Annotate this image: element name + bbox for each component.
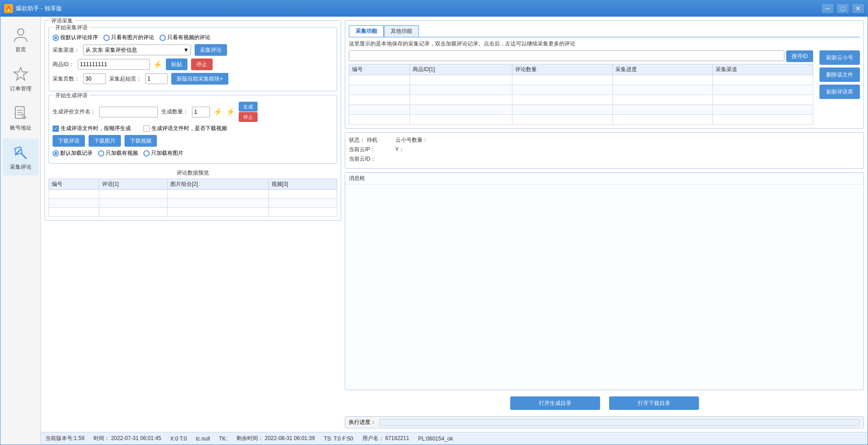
sort-default-label: 按默认评论排序 (60, 34, 98, 41)
tk-label: TK: (219, 436, 227, 442)
right-panel: 采集功能 其他功能 这里显示的是本地保存的采集记录，双击加载评论记录。点击后，左… (345, 20, 864, 428)
pages-input[interactable] (83, 73, 106, 84)
sidebar-home-label: 首页 (15, 46, 26, 54)
open-dl-dir-btn[interactable]: 打开下载目录 (609, 396, 699, 410)
table-row (49, 208, 337, 217)
table-area: 搜寻ID 编号 商品ID[1] 评论数量 采集进度 (349, 50, 813, 125)
right-top-group: 采集功能 其他功能 这里显示的是本地保存的采集记录，双击加载评论记录。点击后，左… (345, 20, 864, 129)
message-content (345, 184, 864, 229)
status-box: 状态： 待机 云小号数量： 当前云IP： (345, 132, 864, 169)
preview-section: 评论数据预览 编号 评语[1] 图片组合[2] 视频[3] (49, 167, 337, 217)
sort-options-row: 按默认评论排序 只看有图片的评论 只看有视频的评论 (53, 34, 333, 41)
generate-btns: 生成 停止 (239, 102, 258, 122)
state-value: 待机 (367, 136, 378, 144)
ts-label: TS: (324, 436, 332, 442)
sidebar-account-label: 账号地址 (10, 124, 31, 132)
collect-btn[interactable]: 采集评论 (195, 44, 227, 56)
user-value: 67162211 (385, 435, 409, 441)
preview-section-title: 评论数据预览 (49, 167, 337, 179)
sidebar-item-account[interactable]: 账号地址 (3, 99, 39, 136)
product-id-input[interactable] (78, 59, 150, 70)
load-pic-radio[interactable]: 只加载有图片 (143, 149, 183, 157)
right-description: 这里显示的是本地保存的采集记录，双击加载评论记录。点击后，左边可以继续采集更多的… (349, 40, 860, 48)
person-icon (12, 26, 30, 44)
progress-row: 执行进度： (345, 416, 864, 428)
delete-file-btn[interactable]: 删除该文件 (819, 67, 860, 82)
sidebar-item-order[interactable]: 订单管理 (3, 60, 39, 97)
check-order-label: 生成评语文件时，按顺序生成 (61, 125, 131, 132)
sort-pic-circle (103, 35, 110, 41)
channel-select[interactable]: 从 京东 采集评价信息 ▼ (83, 45, 191, 55)
gen-file-input[interactable] (99, 107, 158, 117)
sidebar-item-collect[interactable]: 采集评论 (3, 139, 39, 175)
minimize-button[interactable]: ─ (822, 4, 833, 13)
sort-default-radio[interactable]: 按默认评论排序 (53, 34, 98, 41)
bolt-icon: ⚡ (153, 60, 162, 69)
refresh-cloud-btn[interactable]: 刷新云小号 (819, 50, 860, 65)
paste-btn[interactable]: 粘贴 (166, 58, 187, 70)
time-value: 2022-07-31 06:01:45 (111, 435, 161, 441)
sort-video-radio[interactable]: 只看有视频的评论 (160, 34, 210, 41)
load-video-radio[interactable]: 只加载有视频 (98, 149, 138, 157)
preview-col-pic: 图片组合[2] (168, 179, 269, 190)
bottom-btns: 打开生成目录 打开下载目录 (345, 394, 864, 413)
sort-video-label: 只看有视频的评论 (167, 34, 210, 41)
table-row[interactable] (349, 75, 813, 85)
y-item: Y： (395, 146, 406, 153)
tab-other-func[interactable]: 其他功能 (384, 25, 419, 37)
pl-item: PL:060154_ok (418, 436, 453, 442)
table-row[interactable] (349, 115, 813, 125)
tools-icon (12, 143, 30, 161)
preview-col-video: 视频[3] (268, 179, 337, 190)
main-window: 🔥 爆款助手 - 独享版 ─ □ ✕ 首页 (0, 0, 868, 445)
content-main: 评语采集 开始采集评语 按默认评论排序 (41, 17, 868, 432)
check-video-item[interactable]: 生成评语文件时，是否下载视频 (143, 125, 227, 132)
app-icon: 🔥 (4, 4, 13, 13)
new-module-btn[interactable]: 新版自助采集模块+ (171, 73, 228, 85)
ip-item: 当前云IP： (349, 146, 377, 153)
time-label: 时间： (93, 435, 110, 441)
cloud-id-label: 当前云ID： (349, 155, 376, 163)
sidebar-item-home[interactable]: 首页 (3, 21, 39, 58)
check-order-item[interactable]: ✓ 生成评语文件时，按顺序生成 (53, 125, 131, 132)
stop-collect-btn[interactable]: 停止 (191, 58, 213, 70)
gen-stop-btn[interactable]: 停止 (239, 112, 258, 122)
start-collect-title: 开始采集评语 (53, 24, 89, 31)
check-row: ✓ 生成评语文件时，按顺序生成 生成评语文件时，是否下载视频 (53, 125, 333, 132)
remain-item: 剩余时间： 2022-08-31 06:01:39 (236, 435, 315, 442)
table-row[interactable] (349, 85, 813, 95)
maximize-button[interactable]: □ (837, 4, 849, 13)
start-page-input[interactable] (145, 73, 168, 84)
svg-point-0 (18, 29, 24, 35)
open-gen-dir-btn[interactable]: 打开生成目录 (510, 396, 600, 410)
user-label: 用户名： (362, 435, 384, 441)
user-item: 用户名： 67162211 (362, 435, 410, 442)
message-title: 消息框 (345, 173, 864, 184)
pages-row: 采集页数： 采集起始页： 新版自助采集模块+ (53, 73, 333, 85)
load-default-radio[interactable]: 默认加载记录 (53, 149, 93, 157)
search-table-row: 搜寻ID 编号 商品ID[1] 评论数量 采集进度 (349, 50, 860, 125)
search-id-btn[interactable]: 搜寻ID (786, 50, 813, 62)
download-review-btn[interactable]: 下载评语 (53, 135, 85, 147)
y-label: Y： (395, 146, 404, 153)
check-order-box: ✓ (53, 126, 59, 132)
left-panel: 评语采集 开始采集评语 按默认评论排序 (45, 20, 341, 428)
gen-btn[interactable]: 生成 (239, 102, 258, 112)
download-pic-btn[interactable]: 下载图片 (89, 135, 121, 147)
refresh-lib-btn[interactable]: 刷新评语库 (819, 85, 860, 99)
collect-group: 评语采集 开始采集评语 按默认评论排序 (45, 20, 341, 221)
time-item: 时间： 2022-07-31 06:01:45 (93, 435, 161, 442)
table-row (49, 199, 337, 208)
titlebar-controls: ─ □ ✕ (822, 4, 864, 13)
sort-pic-radio[interactable]: 只看有图片的评论 (103, 34, 154, 41)
start-page-label: 采集起始页： (109, 75, 142, 83)
gen-count-input[interactable] (192, 107, 210, 117)
tab-collect-func[interactable]: 采集功能 (349, 25, 384, 37)
close-button[interactable]: ✕ (852, 4, 864, 13)
load-options-row: 默认加载记录 只加载有视频 只加载有图片 (53, 149, 333, 157)
table-row[interactable] (349, 95, 813, 105)
download-video-btn[interactable]: 下载视频 (125, 135, 157, 147)
search-input[interactable] (349, 50, 784, 61)
sort-radio-group: 按默认评论排序 只看有图片的评论 只看有视频的评论 (53, 34, 210, 41)
table-row[interactable] (349, 105, 813, 115)
